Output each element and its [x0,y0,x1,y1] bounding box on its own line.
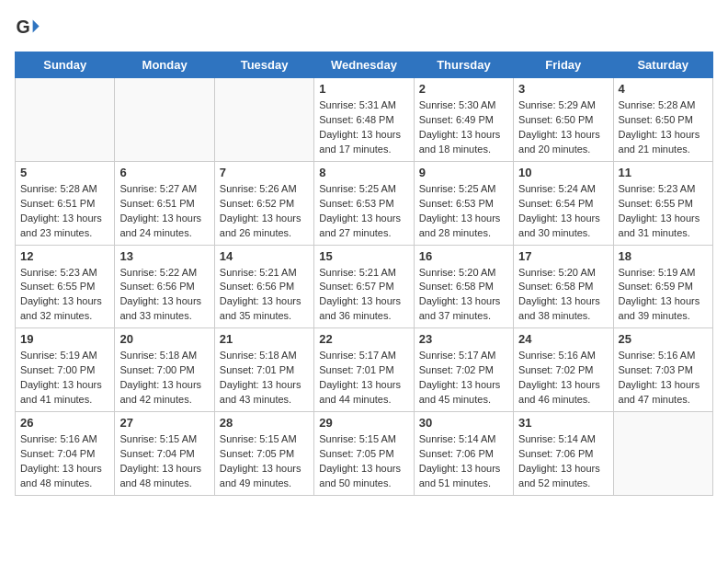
date-number: 12 [20,249,109,263]
cell-info: Sunrise: 5:18 AM Sunset: 7:01 PM Dayligh… [220,349,309,408]
date-number: 13 [119,249,209,263]
calendar-cell: 28Sunrise: 5:15 AM Sunset: 7:05 PM Dayli… [214,412,313,496]
header: G [15,15,713,40]
day-header-sunday: Sunday [16,52,115,78]
cell-info: Sunrise: 5:21 AM Sunset: 6:56 PM Dayligh… [220,266,309,325]
cell-info: Sunrise: 5:25 AM Sunset: 6:53 PM Dayligh… [419,182,508,241]
date-number: 8 [319,166,408,179]
date-number: 23 [419,332,508,346]
calendar-cell: 2Sunrise: 5:30 AM Sunset: 6:49 PM Daylig… [414,78,513,162]
date-number: 9 [419,166,508,179]
date-number: 11 [619,166,708,179]
date-number: 26 [20,416,109,430]
date-number: 5 [20,166,109,179]
calendar-cell: 17Sunrise: 5:20 AM Sunset: 6:58 PM Dayli… [514,245,613,328]
day-header-saturday: Saturday [613,52,712,78]
cell-info: Sunrise: 5:21 AM Sunset: 6:57 PM Dayligh… [319,266,408,325]
cell-info: Sunrise: 5:17 AM Sunset: 7:02 PM Dayligh… [419,349,508,408]
calendar-cell: 25Sunrise: 5:16 AM Sunset: 7:03 PM Dayli… [613,328,712,412]
day-header-wednesday: Wednesday [314,52,414,78]
calendar-cell: 29Sunrise: 5:15 AM Sunset: 7:05 PM Dayli… [314,412,414,496]
cell-info: Sunrise: 5:15 AM Sunset: 7:05 PM Dayligh… [220,432,309,491]
date-number: 14 [220,249,309,263]
logo: G [15,15,44,40]
calendar-cell: 1Sunrise: 5:31 AM Sunset: 6:48 PM Daylig… [314,78,414,162]
cell-info: Sunrise: 5:26 AM Sunset: 6:52 PM Dayligh… [220,182,309,241]
date-number: 30 [419,416,508,430]
svg-text:G: G [16,17,29,37]
date-number: 25 [619,332,708,346]
calendar-cell [214,78,313,162]
cell-info: Sunrise: 5:31 AM Sunset: 6:48 PM Dayligh… [319,98,408,157]
day-header-friday: Friday [514,52,613,78]
day-header-tuesday: Tuesday [214,52,313,78]
date-number: 4 [619,82,708,96]
cell-info: Sunrise: 5:18 AM Sunset: 7:00 PM Dayligh… [119,349,209,408]
cell-info: Sunrise: 5:29 AM Sunset: 6:50 PM Dayligh… [518,98,608,157]
date-number: 27 [119,416,209,430]
calendar-cell: 14Sunrise: 5:21 AM Sunset: 6:56 PM Dayli… [214,245,313,328]
date-number: 24 [518,332,608,346]
cell-info: Sunrise: 5:30 AM Sunset: 6:49 PM Dayligh… [419,98,508,157]
date-number: 18 [619,249,708,263]
cell-info: Sunrise: 5:27 AM Sunset: 6:51 PM Dayligh… [119,182,209,241]
date-number: 3 [518,82,608,96]
date-number: 10 [518,166,608,179]
calendar-cell: 13Sunrise: 5:22 AM Sunset: 6:56 PM Dayli… [115,245,214,328]
date-number: 22 [319,332,408,346]
calendar-cell: 22Sunrise: 5:17 AM Sunset: 7:01 PM Dayli… [314,328,414,412]
svg-marker-1 [33,20,40,33]
cell-info: Sunrise: 5:23 AM Sunset: 6:55 PM Dayligh… [619,182,708,241]
calendar-cell: 3Sunrise: 5:29 AM Sunset: 6:50 PM Daylig… [514,78,613,162]
calendar-cell: 23Sunrise: 5:17 AM Sunset: 7:02 PM Dayli… [414,328,513,412]
date-number: 1 [319,82,408,96]
calendar-cell: 6Sunrise: 5:27 AM Sunset: 6:51 PM Daylig… [115,161,214,245]
day-header-monday: Monday [115,52,214,78]
cell-info: Sunrise: 5:16 AM Sunset: 7:04 PM Dayligh… [20,432,109,491]
cell-info: Sunrise: 5:15 AM Sunset: 7:05 PM Dayligh… [319,432,408,491]
calendar-cell: 24Sunrise: 5:16 AM Sunset: 7:02 PM Dayli… [514,328,613,412]
calendar-cell: 12Sunrise: 5:23 AM Sunset: 6:55 PM Dayli… [16,245,115,328]
cell-info: Sunrise: 5:20 AM Sunset: 6:58 PM Dayligh… [518,266,608,325]
cell-info: Sunrise: 5:15 AM Sunset: 7:04 PM Dayligh… [119,432,209,491]
calendar-cell [613,412,712,496]
cell-info: Sunrise: 5:28 AM Sunset: 6:50 PM Dayligh… [619,98,708,157]
calendar-cell: 4Sunrise: 5:28 AM Sunset: 6:50 PM Daylig… [613,78,712,162]
day-header-thursday: Thursday [414,52,513,78]
calendar-cell: 10Sunrise: 5:24 AM Sunset: 6:54 PM Dayli… [514,161,613,245]
calendar-cell: 20Sunrise: 5:18 AM Sunset: 7:00 PM Dayli… [115,328,214,412]
date-number: 15 [319,249,408,263]
calendar-cell: 31Sunrise: 5:14 AM Sunset: 7:06 PM Dayli… [514,412,613,496]
cell-info: Sunrise: 5:25 AM Sunset: 6:53 PM Dayligh… [319,182,408,241]
cell-info: Sunrise: 5:14 AM Sunset: 7:06 PM Dayligh… [419,432,508,491]
calendar-cell: 11Sunrise: 5:23 AM Sunset: 6:55 PM Dayli… [613,161,712,245]
calendar-cell: 21Sunrise: 5:18 AM Sunset: 7:01 PM Dayli… [214,328,313,412]
date-number: 6 [119,166,209,179]
cell-info: Sunrise: 5:23 AM Sunset: 6:55 PM Dayligh… [20,266,109,325]
date-number: 28 [220,416,309,430]
calendar-cell: 9Sunrise: 5:25 AM Sunset: 6:53 PM Daylig… [414,161,513,245]
date-number: 21 [220,332,309,346]
date-number: 2 [419,82,508,96]
calendar-cell: 5Sunrise: 5:28 AM Sunset: 6:51 PM Daylig… [16,161,115,245]
calendar-table: SundayMondayTuesdayWednesdayThursdayFrid… [15,52,713,496]
cell-info: Sunrise: 5:24 AM Sunset: 6:54 PM Dayligh… [518,182,608,241]
date-number: 17 [518,249,608,263]
cell-info: Sunrise: 5:14 AM Sunset: 7:06 PM Dayligh… [518,432,608,491]
calendar-cell: 30Sunrise: 5:14 AM Sunset: 7:06 PM Dayli… [414,412,513,496]
calendar-cell: 26Sunrise: 5:16 AM Sunset: 7:04 PM Dayli… [16,412,115,496]
calendar-cell: 8Sunrise: 5:25 AM Sunset: 6:53 PM Daylig… [314,161,414,245]
cell-info: Sunrise: 5:16 AM Sunset: 7:02 PM Dayligh… [518,349,608,408]
date-number: 19 [20,332,109,346]
calendar-cell: 19Sunrise: 5:19 AM Sunset: 7:00 PM Dayli… [16,328,115,412]
cell-info: Sunrise: 5:22 AM Sunset: 6:56 PM Dayligh… [119,266,209,325]
cell-info: Sunrise: 5:19 AM Sunset: 7:00 PM Dayligh… [20,349,109,408]
calendar-cell: 16Sunrise: 5:20 AM Sunset: 6:58 PM Dayli… [414,245,513,328]
calendar-cell [115,78,214,162]
calendar-cell: 27Sunrise: 5:15 AM Sunset: 7:04 PM Dayli… [115,412,214,496]
cell-info: Sunrise: 5:19 AM Sunset: 6:59 PM Dayligh… [619,266,708,325]
cell-info: Sunrise: 5:16 AM Sunset: 7:03 PM Dayligh… [619,349,708,408]
calendar-cell: 7Sunrise: 5:26 AM Sunset: 6:52 PM Daylig… [214,161,313,245]
date-number: 16 [419,249,508,263]
cell-info: Sunrise: 5:28 AM Sunset: 6:51 PM Dayligh… [20,182,109,241]
